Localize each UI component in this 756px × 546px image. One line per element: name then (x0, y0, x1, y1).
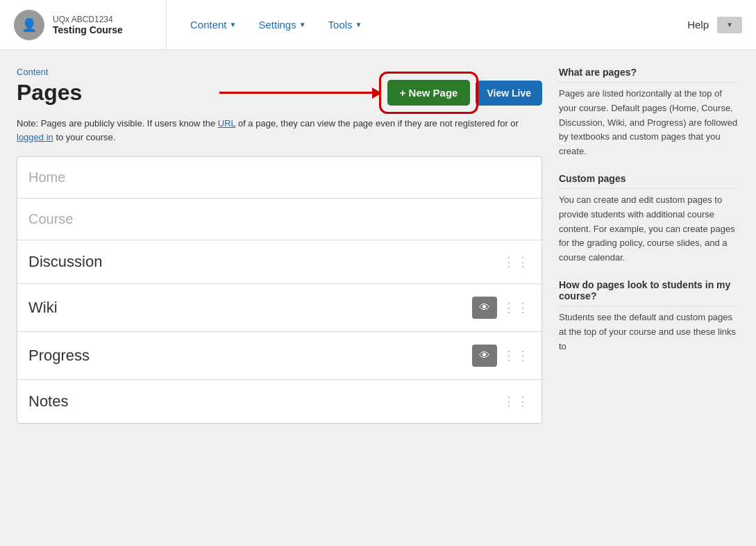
view-live-button[interactable]: View Live (476, 81, 542, 106)
page-name-progress: Progress (28, 347, 90, 365)
note-text-before: Note: Pages are publicly visible. If use… (17, 118, 218, 129)
note-text-end: to your course. (53, 132, 116, 142)
sidebar-section-how-pages-look: How do pages look to students in my cour… (559, 279, 739, 354)
drag-handle-icon[interactable]: ⋮⋮ (503, 348, 530, 363)
row-actions: 👁 ⋮⋮ (472, 297, 530, 319)
breadcrumb: Content (17, 67, 542, 77)
table-row: Wiki 👁 ⋮⋮ (17, 284, 541, 332)
hide-page-button[interactable]: 👁 (472, 345, 497, 367)
nav-item-settings[interactable]: Settings ▼ (249, 0, 315, 49)
page-name-course: Course (28, 211, 73, 227)
sidebar-section-text: Pages are listed horizontally at the top… (559, 87, 739, 159)
page-header: Pages + New Page View Live (17, 80, 542, 106)
header-right: Help ▼ (687, 17, 742, 33)
drag-handle-icon[interactable]: ⋮⋮ (503, 254, 530, 270)
arrow-indicator (219, 88, 382, 99)
sidebar-section-title: How do pages look to students in my cour… (559, 279, 739, 306)
page-name-home: Home (28, 169, 65, 185)
main-nav: Content ▼ Settings ▼ Tools ▼ (167, 0, 687, 49)
profile-menu-button[interactable]: ▼ (717, 17, 742, 33)
sidebar-section-text: Students see the default and custom page… (559, 311, 739, 354)
pages-list: Home Course Discussion ⋮⋮ Wiki 👁 (17, 156, 542, 424)
sidebar-section-title: What are pages? (559, 67, 739, 83)
new-page-button[interactable]: + New Page (387, 80, 471, 106)
page-name-wiki: Wiki (28, 299, 58, 317)
course-name: Testing Course (53, 24, 123, 35)
table-row: Progress 👁 ⋮⋮ (17, 332, 541, 380)
table-row: Discussion ⋮⋮ (17, 240, 541, 284)
table-row: Notes ⋮⋮ (17, 380, 541, 423)
tools-caret-icon: ▼ (355, 21, 362, 28)
row-actions: 👁 ⋮⋮ (472, 345, 530, 367)
arrow-head (372, 88, 382, 99)
note-text-after: of a page, they can view the page even i… (235, 118, 519, 129)
drag-handle-icon[interactable]: ⋮⋮ (503, 300, 530, 315)
page-name-notes: Notes (28, 392, 68, 411)
avatar: 👤 (14, 10, 44, 40)
table-row: Home (17, 157, 541, 199)
row-actions: ⋮⋮ (503, 394, 530, 409)
nav-item-tools[interactable]: Tools ▼ (319, 0, 372, 49)
user-info: UQx ABCD1234 Testing Course (53, 15, 123, 35)
nav-item-content[interactable]: Content ▼ (180, 0, 246, 49)
help-link[interactable]: Help (687, 19, 709, 31)
url-link[interactable]: URL (218, 118, 236, 129)
sidebar-section-custom-pages: Custom pages You can create and edit cus… (559, 173, 739, 265)
arrow-line (219, 92, 372, 94)
page-title: Pages (17, 80, 82, 106)
sidebar-section-what-are-pages: What are pages? Pages are listed horizon… (559, 67, 739, 159)
username: UQx ABCD1234 (53, 15, 123, 24)
content-caret-icon: ▼ (230, 21, 237, 28)
main-content: Content Pages + New Page View Live Note:… (0, 50, 756, 440)
visibility-note: Note: Pages are publicly visible. If use… (17, 117, 542, 144)
logged-in-link[interactable]: logged in (17, 132, 53, 142)
eye-icon: 👁 (479, 349, 490, 362)
eye-icon: 👁 (479, 301, 490, 314)
sidebar: What are pages? Pages are listed horizon… (559, 67, 739, 424)
header-left: 👤 UQx ABCD1234 Testing Course (14, 0, 167, 49)
new-page-wrapper: + New Page (387, 80, 471, 106)
page-name-discussion: Discussion (28, 253, 102, 271)
drag-handle-icon[interactable]: ⋮⋮ (503, 394, 530, 409)
nav-content-label: Content (190, 19, 227, 31)
sidebar-section-text: You can create and edit custom pages to … (559, 193, 739, 265)
settings-caret-icon: ▼ (299, 21, 306, 28)
nav-settings-label: Settings (258, 19, 296, 31)
profile-caret-icon: ▼ (726, 21, 733, 28)
sidebar-section-title: Custom pages (559, 173, 739, 189)
content-area: Content Pages + New Page View Live Note:… (17, 67, 542, 424)
row-actions: ⋮⋮ (503, 254, 530, 270)
nav-tools-label: Tools (328, 19, 353, 31)
app-header: 👤 UQx ABCD1234 Testing Course Content ▼ … (0, 0, 756, 50)
hide-page-button[interactable]: 👁 (472, 297, 497, 319)
table-row: Course (17, 199, 541, 240)
